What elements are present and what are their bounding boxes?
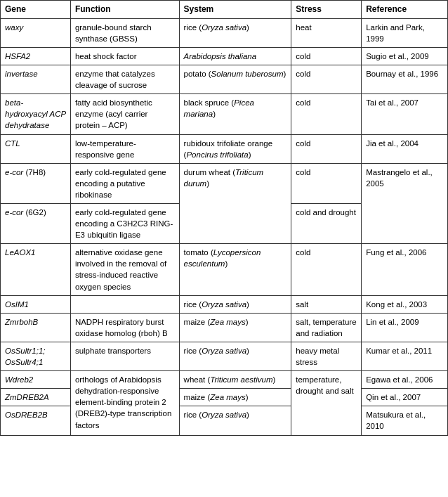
header-gene: Gene [1,1,71,19]
table-row: waxy granule-bound starch synthase (GBSS… [1,18,448,47]
system-cell: rice (Oryza sativa) [179,406,291,435]
function-cell: NADPH respiratory burst oxidase homolog … [70,313,179,342]
stress-cell: salt, temperature and radiation [291,313,362,342]
reference-cell: Kumar et al., 2011 [362,342,448,370]
reference-cell: Kong et al., 2003 [362,295,448,313]
reference-cell: Fung et al., 2006 [362,244,448,295]
table-row: beta-hydroxyacyl ACP dehydratase fatty a… [1,94,448,134]
table-row: OsDREB2B rice (Oryza sativa) Matsukura e… [1,406,448,435]
gene-cell: OsSultr1;1; OsSultr4;1 [1,342,71,370]
system-cell: potato (Solanum tuberosum) [179,65,291,94]
reference-cell: Tai et al., 2007 [362,94,448,134]
stress-cell: temperature, drought and salt [291,371,362,435]
gene-cell: beta-hydroxyacyl ACP dehydratase [1,94,71,134]
stress-cell: cold and drought [291,204,362,244]
table-row: LeAOX1 alternative oxidase gene involved… [1,244,448,295]
gene-cell: OsIM1 [1,295,71,313]
stress-cell: heavy metal stress [291,342,362,370]
gene-cell: LeAOX1 [1,244,71,295]
function-cell: orthologs of Arabidopsis dehydration-res… [70,371,179,435]
reference-cell: Egawa et al., 2006 [362,371,448,389]
system-cell: maize (Zea mays) [179,389,291,406]
function-cell: enzyme that catalyzes cleavage of sucros… [70,65,179,94]
stress-cell: cold [291,47,362,65]
gene-cell: ZmDREB2A [1,389,71,406]
gene-cell: CTL [1,134,71,163]
reference-cell: Qin et al., 2007 [362,389,448,406]
system-cell: rubidoux trifoliate orange (Poncirus tri… [179,134,291,163]
gene-cell: HSFA2 [1,47,71,65]
table-row: invertase enzyme that catalyzes cleavage… [1,65,448,94]
table-row: ZmDREB2A maize (Zea mays) Qin et al., 20… [1,389,448,406]
gene-cell: ZmrbohB [1,313,71,342]
gene-cell: Wdreb2 [1,371,71,389]
function-cell [70,295,179,313]
system-cell: rice (Oryza sativa) [179,18,291,47]
function-cell: granule-bound starch synthase (GBSS) [70,18,179,47]
stress-cell: heat [291,18,362,47]
function-cell: heat shock factor [70,47,179,65]
reference-cell: Lin et al., 2009 [362,313,448,342]
gene-cell: OsDREB2B [1,406,71,435]
table-row: CTL low-temperature-responsive gene rubi… [1,134,448,163]
gene-cell: waxy [1,18,71,47]
function-cell: fatty acid biosynthetic enzyme (acyl car… [70,94,179,134]
header-function: Function [70,1,179,19]
function-cell: early cold-regulated gene encoding a put… [70,163,179,203]
reference-cell: Larkin and Park, 1999 [362,18,448,47]
stress-cell: cold [291,65,362,94]
reference-cell: Bournay et al., 1996 [362,65,448,94]
system-cell: durum wheat (Triticum durum) [179,163,291,244]
system-cell: tomato (Lycopersicon esculentum) [179,244,291,295]
system-cell: Arabidopsis thaliana [179,47,291,65]
table-row: e-cor (7H8) early cold-regulated gene en… [1,163,448,203]
stress-cell: cold [291,94,362,134]
system-cell: black spruce (Picea mariana) [179,94,291,134]
system-cell: rice (Oryza sativa) [179,295,291,313]
reference-cell: Mastrangelo et al., 2005 [362,163,448,244]
stress-cell: salt [291,295,362,313]
reference-cell: Sugio et al., 2009 [362,47,448,65]
stress-cell: cold [291,244,362,295]
header-reference: Reference [362,1,448,19]
table-row: HSFA2 heat shock factor Arabidopsis thal… [1,47,448,65]
gene-cell: invertase [1,65,71,94]
system-cell: maize (Zea mays) [179,313,291,342]
function-cell: alternative oxidase gene involved in the… [70,244,179,295]
table-row: OsSultr1;1; OsSultr4;1 sulphate transpor… [1,342,448,370]
reference-cell: Matsukura et al., 2010 [362,406,448,435]
system-cell: wheat (Triticum aestivum) [179,371,291,389]
stress-cell: cold [291,134,362,163]
function-cell: low-temperature-responsive gene [70,134,179,163]
table-row: ZmrbohB NADPH respiratory burst oxidase … [1,313,448,342]
table-row: OsIM1 rice (Oryza sativa) salt Kong et a… [1,295,448,313]
gene-cell: e-cor (6G2) [1,204,71,244]
function-cell: early cold-regulated gene encoding a C3H… [70,204,179,244]
header-stress: Stress [291,1,362,19]
header-system: System [179,1,291,19]
reference-cell: Jia et al., 2004 [362,134,448,163]
system-cell: rice (Oryza sativa) [179,342,291,370]
stress-cell: cold [291,163,362,203]
table-row: Wdreb2 orthologs of Arabidopsis dehydrat… [1,371,448,389]
function-cell: sulphate transporters [70,342,179,370]
gene-cell: e-cor (7H8) [1,163,71,203]
